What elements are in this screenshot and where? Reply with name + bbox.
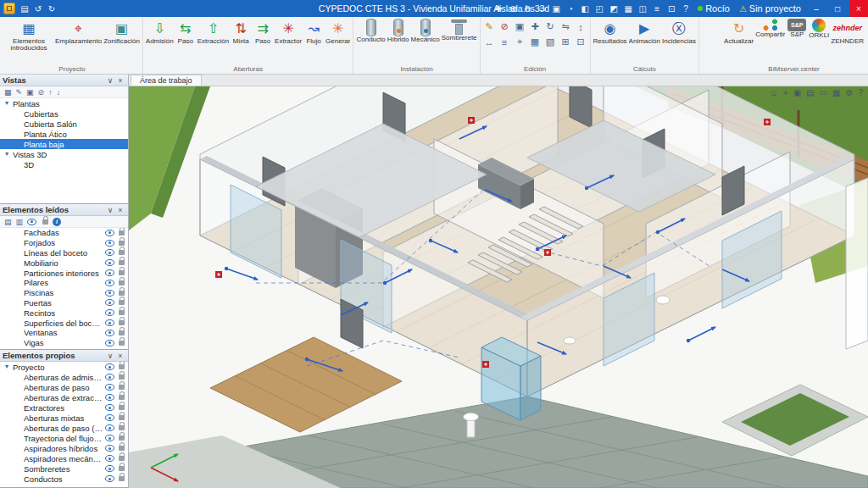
titlebar-quick-icon[interactable]: ↻ bbox=[46, 4, 58, 14]
edit-tool-icon[interactable]: ⊡ bbox=[574, 35, 588, 49]
read-element-row[interactable]: Particiones interiores bbox=[0, 268, 128, 278]
lock-toggle-icon[interactable] bbox=[119, 364, 125, 369]
titlebar-tool-icon[interactable]: ◰ bbox=[593, 4, 605, 14]
own-element-row[interactable]: Aberturas mixtas bbox=[0, 413, 128, 423]
read-element-row[interactable]: Vigas bbox=[0, 338, 128, 348]
canvas-tool-icon[interactable]: ⚙ bbox=[845, 88, 853, 98]
titlebar-quick-icon[interactable]: ▤ bbox=[19, 4, 31, 14]
lock-toggle-icon[interactable] bbox=[119, 280, 125, 286]
user-account[interactable]: Rocío bbox=[694, 3, 733, 14]
lock-toggle-icon[interactable] bbox=[119, 456, 125, 461]
visibility-toggle-icon[interactable] bbox=[105, 435, 114, 441]
visibility-toggle-icon[interactable] bbox=[105, 445, 114, 452]
edit-tool-icon[interactable]: ≡ bbox=[498, 35, 512, 49]
view-tree-item[interactable]: Planta Ático bbox=[0, 129, 128, 139]
visibility-toggle-icon[interactable] bbox=[105, 384, 114, 391]
visibility-toggle-icon[interactable] bbox=[105, 340, 114, 347]
edit-tool-icon[interactable]: ▣ bbox=[513, 19, 527, 34]
titlebar-tool-icon[interactable]: ▣ bbox=[550, 4, 562, 14]
ribbon-button[interactable]: ⇅ Mixta bbox=[230, 18, 252, 46]
lock-toggle-icon[interactable] bbox=[119, 466, 125, 471]
view-tree-item[interactable]: Cubiertas bbox=[0, 108, 128, 119]
ribbon-button[interactable]: ⇧ Extracción bbox=[197, 18, 230, 46]
own-element-row[interactable]: ▾ Proyecto bbox=[0, 362, 128, 372]
own-element-row[interactable]: Aspiradores híbridos bbox=[0, 443, 128, 453]
lock-toggle-icon[interactable] bbox=[119, 270, 125, 275]
lock-toggle-icon[interactable] bbox=[119, 250, 125, 255]
panel-collapse-button[interactable]: ∨ bbox=[105, 76, 115, 85]
edit-tool-icon[interactable]: ▦ bbox=[528, 35, 542, 49]
canvas-tool-icon[interactable]: ▤ bbox=[806, 88, 814, 98]
visibility-toggle-icon[interactable] bbox=[105, 290, 114, 297]
lock-toggle-icon[interactable] bbox=[119, 230, 125, 236]
lock-toggle-icon[interactable] bbox=[119, 260, 125, 265]
ribbon-button[interactable]: S&P S&P bbox=[786, 18, 808, 39]
titlebar-quick-icon[interactable]: ↺ bbox=[32, 4, 44, 14]
own-element-row[interactable]: Conductos bbox=[0, 474, 128, 484]
lock-toggle-icon[interactable] bbox=[119, 415, 125, 420]
panel-tool-icon[interactable]: ↓ bbox=[57, 88, 61, 97]
panel-tool-icon[interactable] bbox=[27, 219, 36, 225]
visibility-toggle-icon[interactable] bbox=[105, 309, 114, 316]
read-element-row[interactable]: Puertas bbox=[0, 298, 128, 308]
visibility-toggle-icon[interactable] bbox=[105, 259, 114, 266]
workarea-tab[interactable]: Área de trabajo bbox=[131, 75, 202, 86]
panel-tool-icon[interactable]: ▦ bbox=[4, 88, 12, 97]
ribbon-button[interactable]: ORKLI bbox=[808, 18, 830, 40]
own-element-row[interactable]: Aberturas de paso (ventilación ... bbox=[0, 423, 128, 433]
visibility-toggle-icon[interactable] bbox=[105, 249, 114, 256]
read-element-row[interactable]: Superficies del boceto bbox=[0, 318, 128, 328]
edit-tool-icon[interactable]: ↕ bbox=[574, 19, 588, 34]
model-3d-view[interactable] bbox=[129, 86, 868, 488]
minimize-button[interactable]: – bbox=[807, 0, 826, 17]
own-element-row[interactable]: Sombreretes bbox=[0, 463, 128, 474]
titlebar-tool-icon[interactable]: ? bbox=[680, 4, 692, 14]
panel-close-button[interactable]: × bbox=[115, 206, 125, 214]
titlebar-tool-icon[interactable]: ⊡ bbox=[665, 4, 677, 14]
canvas-tool-icon[interactable]: ▣ bbox=[793, 88, 801, 98]
view-tree-item[interactable]: 3D bbox=[0, 159, 128, 169]
tree-expander-icon[interactable]: ▾ bbox=[3, 100, 10, 107]
lock-toggle-icon[interactable] bbox=[119, 374, 125, 380]
lock-toggle-icon[interactable] bbox=[119, 341, 125, 346]
canvas-tool-icon[interactable]: ▦ bbox=[832, 88, 840, 98]
ribbon-button[interactable]: zehnder ZEHNDER bbox=[830, 18, 865, 46]
own-element-row[interactable]: Extractores bbox=[0, 402, 128, 413]
lock-toggle-icon[interactable] bbox=[119, 241, 125, 246]
read-element-row[interactable]: Líneas del boceto bbox=[0, 248, 128, 258]
panel-collapse-button[interactable]: ∨ bbox=[105, 352, 115, 360]
app-icon[interactable] bbox=[3, 3, 15, 14]
ribbon-button[interactable]: ✳ Extractor bbox=[274, 18, 303, 46]
ribbon-button[interactable]: ⌖ Emplazamiento bbox=[54, 18, 103, 46]
ribbon-button[interactable]: ▣ Zonificación bbox=[103, 18, 141, 46]
visibility-toggle-icon[interactable] bbox=[105, 330, 114, 336]
view-tree-item[interactable]: ▾ Plantas bbox=[0, 98, 128, 108]
ribbon-button[interactable]: ◉ Resultados bbox=[593, 18, 628, 46]
titlebar-tool-icon[interactable]: ⊖ bbox=[521, 4, 533, 14]
own-element-row[interactable]: Aberturas de paso bbox=[0, 382, 128, 392]
ribbon-button[interactable]: Conducto bbox=[355, 18, 386, 44]
read-element-row[interactable]: Fachadas bbox=[0, 228, 128, 238]
read-element-row[interactable]: Piscinas bbox=[0, 288, 128, 298]
ribbon-button[interactable]: ↝ Flujo bbox=[303, 18, 325, 46]
titlebar-tool-icon[interactable]: ⊕ bbox=[507, 4, 519, 14]
own-element-row[interactable]: Aberturas de admisión bbox=[0, 372, 128, 382]
view-tree-item[interactable]: Planta baja bbox=[0, 139, 128, 149]
lock-toggle-icon[interactable] bbox=[119, 300, 125, 305]
read-element-row[interactable]: Ventanas bbox=[0, 328, 128, 338]
panel-tool-icon[interactable]: ▤ bbox=[4, 218, 12, 226]
titlebar-tool-icon[interactable]: ◧ bbox=[579, 4, 591, 14]
ribbon-button[interactable]: ⇉ Paso bbox=[252, 18, 274, 46]
maximize-button[interactable]: □ bbox=[828, 0, 847, 17]
visibility-toggle-icon[interactable] bbox=[105, 424, 114, 431]
titlebar-tool-icon[interactable]: ◫ bbox=[637, 4, 648, 14]
own-element-row[interactable]: Aspiradores mecánicos bbox=[0, 453, 128, 463]
own-element-row[interactable]: Aberturas de extracción bbox=[0, 392, 128, 402]
ribbon-button[interactable]: ↻ Actualizar bbox=[723, 18, 754, 46]
titlebar-tool-icon[interactable]: ▭ bbox=[536, 4, 548, 14]
read-element-row[interactable]: Recintos bbox=[0, 308, 128, 318]
edit-tool-icon[interactable]: ↻ bbox=[543, 19, 558, 34]
panel-tool-icon[interactable]: ⊘ bbox=[38, 88, 45, 97]
edit-tool-icon[interactable]: ⌖ bbox=[513, 35, 527, 49]
edit-tool-icon[interactable]: ✚ bbox=[528, 19, 542, 34]
